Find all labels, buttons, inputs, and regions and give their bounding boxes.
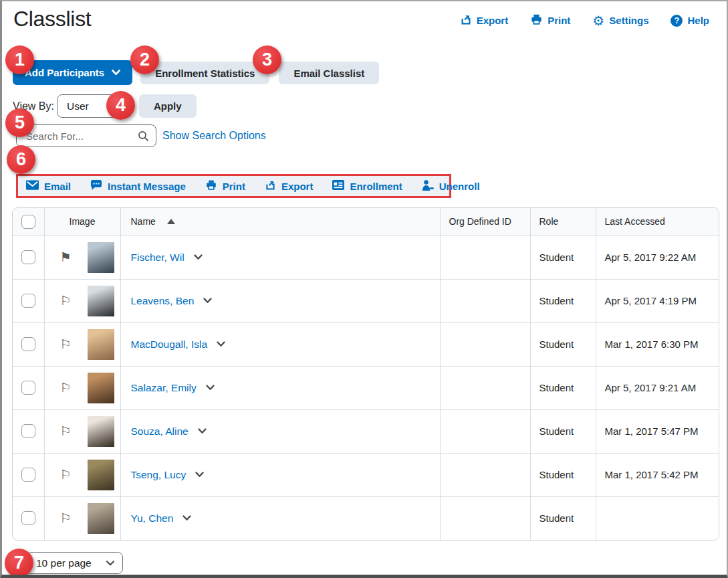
table-row: ⚐ Yu, Chen Student xyxy=(13,496,719,540)
row-checkbox[interactable] xyxy=(21,250,35,264)
search-row: Show Search Options xyxy=(16,124,266,147)
role-cell: Student xyxy=(530,235,596,279)
select-all-checkbox[interactable] xyxy=(21,215,35,229)
print-icon xyxy=(530,13,543,27)
search-box xyxy=(16,124,156,147)
org-defined-id-cell xyxy=(440,409,530,453)
column-header-image[interactable]: Image xyxy=(44,208,120,235)
toolbar-enrollment[interactable]: Enrollment xyxy=(332,180,402,192)
last-accessed-cell: Apr 5, 2017 4:19 PM xyxy=(596,279,719,322)
chevron-down-icon[interactable] xyxy=(194,254,203,260)
row-checkbox[interactable] xyxy=(21,294,35,308)
chevron-down-icon[interactable] xyxy=(206,385,215,391)
apply-button[interactable]: Apply xyxy=(139,94,197,118)
flag-icon[interactable]: ⚐ xyxy=(60,381,72,394)
export-icon xyxy=(265,179,276,193)
help-link[interactable]: ? Help xyxy=(671,15,709,27)
toolbar-email[interactable]: Email xyxy=(26,180,71,192)
classlist-page: Classlist Export Print ⚙ Settings ? Help… xyxy=(0,0,728,578)
toolbar-export[interactable]: Export xyxy=(265,179,314,193)
settings-link[interactable]: ⚙ Settings xyxy=(592,14,648,27)
chevron-down-icon[interactable] xyxy=(195,472,204,478)
flag-icon[interactable]: ⚐ xyxy=(60,338,72,351)
per-page-value: 10 per page xyxy=(36,557,92,569)
print-link-label: Print xyxy=(548,15,570,26)
row-checkbox[interactable] xyxy=(21,468,35,482)
last-accessed-cell: Apr 5, 2017 9:21 AM xyxy=(596,366,719,409)
export-link[interactable]: Export xyxy=(460,13,509,27)
chevron-down-icon[interactable] xyxy=(183,515,191,521)
search-button[interactable] xyxy=(136,129,150,143)
row-checkbox[interactable] xyxy=(21,511,35,525)
column-header-last-accessed[interactable]: Last Accessed xyxy=(596,208,719,235)
org-defined-id-cell xyxy=(440,322,530,366)
sort-ascending-icon xyxy=(167,219,175,224)
column-header-name-label: Name xyxy=(131,216,156,227)
toolbar-annotation-outline: Email Instant Message Print Export xyxy=(16,174,451,198)
flag-icon[interactable]: ⚐ xyxy=(60,512,72,524)
search-input[interactable] xyxy=(25,130,136,142)
column-header-role[interactable]: Role xyxy=(530,208,596,235)
help-icon: ? xyxy=(671,15,683,27)
annotation-circle-5: 5 xyxy=(5,108,34,137)
annotation-circle-2: 2 xyxy=(130,45,159,74)
student-name-link[interactable]: Salazar, Emily xyxy=(131,382,197,394)
toolbar-email-label: Email xyxy=(44,181,71,192)
show-search-options-link[interactable]: Show Search Options xyxy=(162,130,266,142)
utility-bar: Export Print ⚙ Settings ? Help xyxy=(460,13,709,27)
print-link[interactable]: Print xyxy=(530,13,570,27)
org-defined-id-cell xyxy=(440,366,530,409)
avatar xyxy=(88,286,114,316)
email-classlist-button[interactable]: Email Classlist xyxy=(279,62,379,84)
student-name-link[interactable]: Tseng, Lucy xyxy=(131,469,187,481)
toolbar-instant-message[interactable]: Instant Message xyxy=(90,180,186,193)
org-defined-id-cell xyxy=(440,279,530,322)
print-icon xyxy=(205,179,217,193)
student-name-link[interactable]: Fischer, Wil xyxy=(131,252,185,264)
annotation-circle-3: 3 xyxy=(253,45,281,74)
row-checkbox[interactable] xyxy=(21,381,35,395)
export-link-label: Export xyxy=(477,15,509,26)
role-cell: Student xyxy=(530,366,596,409)
view-by-row: View By: User Apply xyxy=(13,94,197,118)
column-header-org-id[interactable]: Org Defined ID xyxy=(440,208,530,235)
flag-icon[interactable]: ⚑ xyxy=(60,251,72,264)
last-accessed-cell xyxy=(596,496,719,540)
student-name-link[interactable]: MacDougall, Isla xyxy=(131,339,208,351)
avatar xyxy=(88,460,114,490)
chevron-down-icon[interactable] xyxy=(217,341,225,347)
toolbar-print[interactable]: Print xyxy=(205,179,245,193)
student-name-link[interactable]: Souza, Aline xyxy=(131,425,189,438)
toolbar-enrollment-label: Enrollment xyxy=(350,181,402,192)
table-row: ⚐ Salazar, Emily Student Apr 5, 2017 9:2… xyxy=(13,366,719,409)
student-name-link[interactable]: Yu, Chen xyxy=(131,512,174,524)
enrollment-statistics-button[interactable]: Enrollment Statistics xyxy=(140,62,269,84)
email-icon xyxy=(26,180,39,192)
last-accessed-cell: Apr 5, 2017 9:22 AM xyxy=(596,235,719,279)
settings-link-label: Settings xyxy=(609,15,648,26)
add-participants-label: Add Participants xyxy=(25,67,104,78)
toolbar-print-label: Print xyxy=(223,181,245,192)
toolbar-unenroll[interactable]: Unenroll xyxy=(422,180,480,193)
chevron-down-icon xyxy=(112,70,120,76)
flag-icon[interactable]: ⚐ xyxy=(60,294,72,307)
row-checkbox[interactable] xyxy=(21,424,35,438)
column-header-name[interactable]: Name xyxy=(120,208,440,235)
table-row: ⚐ MacDougall, Isla Student Mar 1, 2017 6… xyxy=(13,322,719,366)
last-accessed-cell: Mar 1, 2017 5:42 PM xyxy=(596,453,719,496)
toolbar-unenroll-label: Unenroll xyxy=(439,181,480,192)
toolbar-instant-message-label: Instant Message xyxy=(108,181,186,192)
student-name-link[interactable]: Leavens, Ben xyxy=(131,295,195,307)
enrollment-icon xyxy=(332,180,344,192)
gear-icon: ⚙ xyxy=(592,14,604,27)
row-checkbox[interactable] xyxy=(21,337,35,351)
per-page-select[interactable]: 10 per page xyxy=(26,552,123,574)
chevron-down-icon[interactable] xyxy=(198,428,207,434)
table-row: ⚑ Fischer, Wil Student Apr 5, 2017 9:22 … xyxy=(13,235,719,279)
org-defined-id-cell xyxy=(440,235,530,279)
primary-actions: Add Participants Enrollment Statistics E… xyxy=(13,60,379,85)
flag-icon[interactable]: ⚐ xyxy=(60,468,72,481)
org-defined-id-cell xyxy=(440,496,530,540)
flag-icon[interactable]: ⚐ xyxy=(60,425,72,438)
chevron-down-icon[interactable] xyxy=(203,298,212,304)
